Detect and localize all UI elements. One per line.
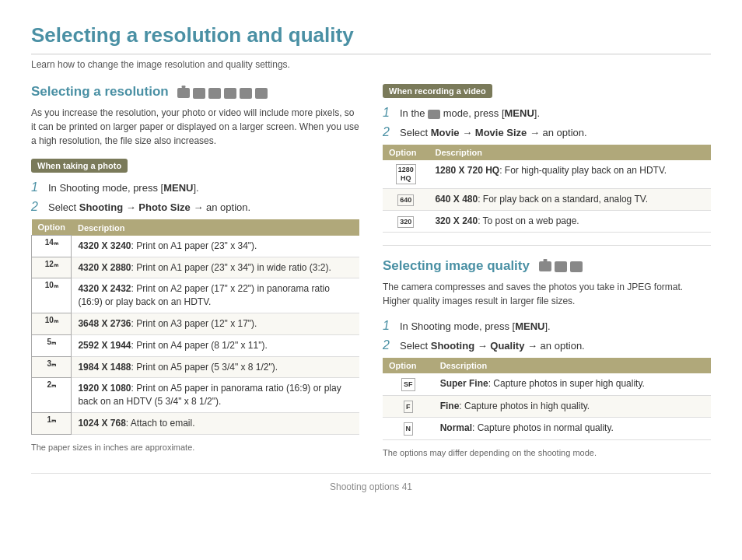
- divider: [383, 245, 711, 246]
- table-row: 1ₘ 1024 X 768: Attach to email.: [32, 413, 360, 435]
- page-subtitle: Learn how to change the image resolution…: [31, 59, 711, 70]
- option-desc: Normal: Capture photos in normal quality…: [434, 418, 711, 440]
- table-row: 12ₘ 4320 X 2880: Print on A1 paper (23" …: [32, 257, 360, 278]
- option-icon: 320: [383, 210, 429, 232]
- option-desc: 1024 X 768: Attach to email.: [72, 413, 359, 435]
- option-icon: 12ₘ: [32, 257, 72, 278]
- quality-footnote: The options may differ depending on the …: [383, 448, 711, 457]
- quality-options-table: Option Description SF Super Fine: Captur…: [383, 358, 711, 440]
- option-desc: Super Fine: Capture photos in super high…: [434, 373, 711, 395]
- option-icon: 1280HQ: [383, 160, 429, 188]
- qual-step1: 1 In Shooting mode, press [MENU].: [383, 319, 711, 334]
- option-desc: Fine: Capture photos in high quality.: [434, 395, 711, 418]
- option-icon: 10ₘ: [32, 313, 72, 335]
- table-row: 10ₘ 4320 X 2432: Print on A2 paper (17" …: [32, 278, 360, 313]
- page-footer: Shooting options 41: [31, 473, 711, 492]
- quality-desc: The camera compresses and saves the phot…: [383, 280, 711, 308]
- table-row: 640 640 X 480: For play back on a standa…: [383, 188, 711, 210]
- table-row: 14ₘ 4320 X 3240: Print on A1 paper (23" …: [32, 236, 360, 257]
- col-description: Description: [72, 219, 359, 236]
- photo-step2: 2 Select Shooting → Photo Size → an opti…: [31, 200, 359, 215]
- section-title-resolution: Selecting a resolution: [31, 84, 169, 99]
- option-desc: 3648 X 2736: Print on A3 paper (12" x 17…: [72, 313, 359, 335]
- option-desc: 320 X 240: To post on a web page.: [429, 210, 711, 232]
- option-desc: 4320 X 2432: Print on A2 paper (17" x 22…: [72, 278, 359, 313]
- section-title-quality: Selecting image quality: [383, 258, 530, 273]
- table-row: 5ₘ 2592 X 1944: Print on A4 paper (8 1/2…: [32, 334, 360, 356]
- section-icons-resolution: [177, 88, 268, 99]
- video-options-table: Option Description 1280HQ 1280 X 720 HQ:…: [383, 145, 711, 232]
- quality-icons: [539, 261, 583, 272]
- qual-col-option: Option: [383, 358, 434, 373]
- vid-col-option: Option: [383, 145, 429, 160]
- option-icon: 2ₘ: [32, 378, 72, 413]
- option-icon: 10ₘ: [32, 278, 72, 313]
- qual-icon2: [555, 261, 567, 272]
- option-icon: 3ₘ: [32, 356, 72, 378]
- page-title: Selecting a resolution and quality: [31, 23, 711, 54]
- option-icon: 14ₘ: [32, 236, 72, 257]
- qual-col-description: Description: [434, 358, 711, 373]
- photo-badge: When taking a photo: [31, 159, 128, 173]
- resolution-desc: As you increase the resolution, your pho…: [31, 106, 359, 148]
- option-desc: 1984 X 1488: Print on A5 paper (5 3/4" x…: [72, 356, 359, 378]
- option-desc: 2592 X 1944: Print on A4 paper (8 1/2" x…: [72, 334, 359, 356]
- camera6-icon: [255, 88, 268, 99]
- table-row: 10ₘ 3648 X 2736: Print on A3 paper (12" …: [32, 313, 360, 335]
- option-desc: 4320 X 2880: Print on A1 paper (23" x 34…: [72, 257, 359, 278]
- table-row: 1280HQ 1280 X 720 HQ: For high-quality p…: [383, 160, 711, 188]
- video-step2: 2 Select Movie → Movie Size → an option.: [383, 125, 711, 140]
- vid-col-description: Description: [429, 145, 711, 160]
- option-icon: 1ₘ: [32, 413, 72, 435]
- table-row: 320 320 X 240: To post on a web page.: [383, 210, 711, 232]
- option-desc: 4320 X 3240: Print on A1 paper (23" x 34…: [72, 236, 359, 257]
- qual-step2: 2 Select Shooting → Quality → an option.: [383, 338, 711, 353]
- photo-footnote: The paper sizes in inches are approximat…: [31, 443, 359, 452]
- camera4-icon: [224, 88, 236, 99]
- photo-options-table: Option Description 14ₘ 4320 X 3240: Prin…: [31, 219, 359, 434]
- video-mode-icon: [428, 110, 440, 119]
- table-row: 3ₘ 1984 X 1488: Print on A5 paper (5 3/4…: [32, 356, 360, 378]
- camera5-icon: [240, 88, 252, 99]
- option-icon: 5ₘ: [32, 334, 72, 356]
- footer-text: Shooting options 41: [330, 481, 412, 492]
- qual-camera-icon: [539, 261, 551, 271]
- option-desc: 1920 X 1080: Print on A5 paper in panora…: [72, 378, 359, 413]
- option-desc: 1280 X 720 HQ: For high-quality play bac…: [429, 160, 711, 188]
- left-column: Selecting a resolution As you increase t…: [31, 84, 359, 457]
- option-icon: SF: [383, 373, 434, 395]
- qual-icon3: [570, 261, 583, 272]
- camera3-icon: [208, 88, 221, 99]
- camera-icon: [177, 88, 190, 98]
- video-step1: 1 In the mode, press [MENU].: [383, 106, 711, 121]
- table-row: F Fine: Capture photos in high quality.: [383, 395, 711, 418]
- camera2-icon: [193, 88, 205, 99]
- table-row: SF Super Fine: Capture photos in super h…: [383, 373, 711, 395]
- table-row: 2ₘ 1920 X 1080: Print on A5 paper in pan…: [32, 378, 360, 413]
- option-icon: 640: [383, 188, 429, 210]
- option-desc: 640 X 480: For play back on a standard, …: [429, 188, 711, 210]
- video-badge: When recording a video: [383, 84, 492, 98]
- right-column: When recording a video 1 In the mode, pr…: [383, 84, 711, 457]
- option-icon: N: [383, 418, 434, 440]
- table-row: N Normal: Capture photos in normal quali…: [383, 418, 711, 440]
- col-option: Option: [32, 219, 72, 236]
- photo-step1: 1 In Shooting mode, press [MENU].: [31, 180, 359, 195]
- option-icon: F: [383, 395, 434, 418]
